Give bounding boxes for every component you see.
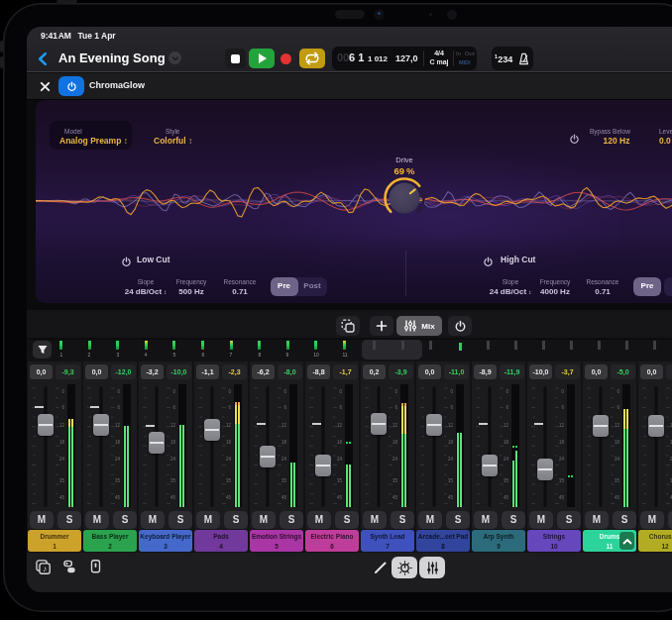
svg-text:♪: ♪ [43,564,47,573]
